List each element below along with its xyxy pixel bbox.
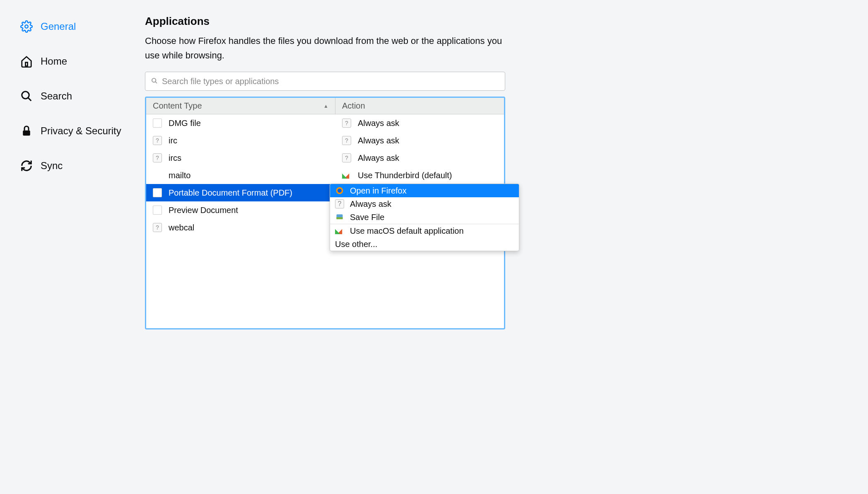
sidebar-item-privacy[interactable]: Privacy & Security <box>17 119 141 143</box>
file-icon: ? <box>153 136 162 145</box>
sort-ascending-icon: ▲ <box>323 103 328 109</box>
svg-point-5 <box>152 78 156 82</box>
sidebar-item-sync[interactable]: Sync <box>17 154 141 177</box>
table-header: Content Type ▲ Action <box>146 98 504 114</box>
svg-point-0 <box>25 25 28 28</box>
search-icon <box>151 76 158 86</box>
svg-line-6 <box>155 82 157 83</box>
section-description: Choose how Firefox handles the files you… <box>145 34 505 63</box>
content-type: mailto <box>169 171 190 180</box>
save-icon <box>335 213 344 222</box>
svg-point-8 <box>338 189 342 193</box>
sidebar-item-label: Search <box>41 90 72 102</box>
applications-table: Content Type ▲ Action DMG file ?Always a… <box>145 97 505 329</box>
file-icon <box>153 206 162 215</box>
table-row[interactable]: ?ircs ?Always ask <box>146 149 504 167</box>
column-label: Action <box>342 101 365 111</box>
file-icon: ? <box>153 153 162 162</box>
column-action[interactable]: Action <box>335 98 504 114</box>
dropdown-item-label: Save File <box>350 213 384 222</box>
sidebar: General Home Search Privacy & Security S… <box>0 15 141 329</box>
file-icon <box>153 188 162 197</box>
sidebar-item-label: Sync <box>41 160 63 172</box>
sidebar-item-general[interactable]: General <box>17 15 141 38</box>
dropdown-item-use-other[interactable]: Use other... <box>330 237 519 251</box>
ask-icon: ? <box>342 153 351 162</box>
gear-icon <box>20 20 33 33</box>
dropdown-item-save-file[interactable]: Save File <box>330 211 519 224</box>
section-title: Applications <box>145 15 505 28</box>
svg-rect-1 <box>26 63 28 66</box>
content-type: Portable Document Format (PDF) <box>169 188 292 198</box>
sync-icon <box>20 159 33 172</box>
ask-icon: ? <box>342 136 351 145</box>
svg-point-2 <box>22 92 29 99</box>
file-icon <box>153 119 162 128</box>
table-row[interactable]: DMG file ?Always ask <box>146 114 504 132</box>
ask-icon: ? <box>342 119 351 128</box>
dropdown-item-label: Use other... <box>335 240 377 249</box>
search-input[interactable] <box>162 77 499 86</box>
column-label: Content Type <box>153 101 202 111</box>
sidebar-item-label: Privacy & Security <box>41 125 121 137</box>
svg-rect-10 <box>337 217 343 219</box>
content-type: webcal <box>169 223 194 232</box>
sidebar-item-label: Home <box>41 56 67 67</box>
main-content: Applications Choose how Firefox handles … <box>141 15 530 329</box>
dropdown-item-macos-default[interactable]: Use macOS default application <box>330 224 519 237</box>
dropdown-item-always-ask[interactable]: ? Always ask <box>330 197 519 211</box>
dropdown-item-label: Open in Firefox <box>350 186 407 196</box>
applications-search[interactable] <box>145 72 505 91</box>
svg-rect-4 <box>23 131 30 136</box>
sidebar-item-label: General <box>41 21 76 32</box>
dropdown-item-label: Always ask <box>350 199 391 209</box>
file-icon <box>153 171 162 180</box>
action-label: Use Thunderbird (default) <box>358 171 452 180</box>
launchservices-icon <box>342 171 351 180</box>
sidebar-item-search[interactable]: Search <box>17 85 141 108</box>
table-row[interactable]: ?irc ?Always ask <box>146 132 504 149</box>
action-label: Always ask <box>358 136 399 145</box>
content-type: irc <box>169 136 177 145</box>
ask-icon: ? <box>335 199 344 208</box>
launchservices-icon <box>335 226 344 235</box>
column-content-type[interactable]: Content Type ▲ <box>146 98 335 114</box>
content-type: DMG file <box>169 119 201 128</box>
dropdown-item-open-firefox[interactable]: Open in Firefox <box>330 184 519 197</box>
action-label: Always ask <box>358 119 399 128</box>
table-row[interactable]: mailto Use Thunderbird (default) <box>146 167 504 184</box>
search-icon <box>20 90 33 103</box>
content-type: Preview Document <box>169 206 238 215</box>
action-dropdown: Open in Firefox ? Always ask Save File U… <box>330 184 519 251</box>
dropdown-item-label: Use macOS default application <box>350 226 464 236</box>
sidebar-item-home[interactable]: Home <box>17 50 141 73</box>
svg-line-3 <box>28 98 31 101</box>
action-label: Always ask <box>358 153 399 163</box>
home-icon <box>20 55 33 68</box>
firefox-icon <box>335 186 344 195</box>
lock-icon <box>20 124 33 138</box>
file-icon: ? <box>153 223 162 232</box>
content-type: ircs <box>169 153 181 163</box>
